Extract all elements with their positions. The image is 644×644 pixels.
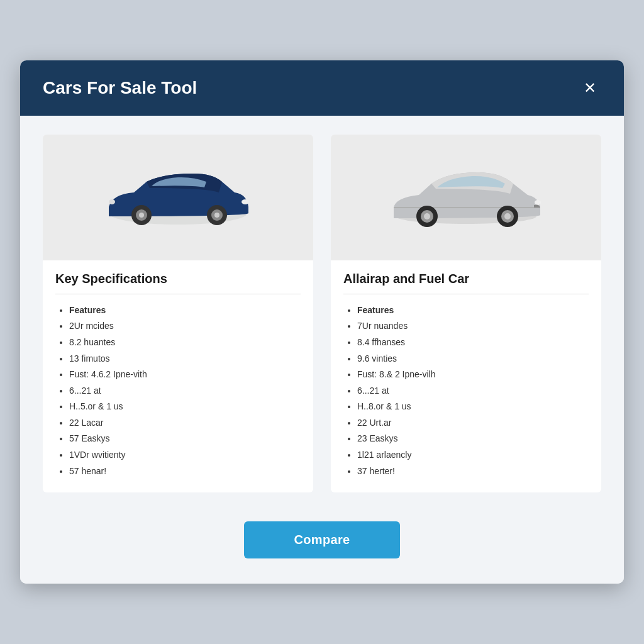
list-item: 57 Easkys — [69, 433, 301, 445]
list-item: 7Ur nuandes — [357, 320, 589, 333]
svg-point-15 — [504, 213, 511, 219]
close-button[interactable]: ✕ — [579, 78, 601, 98]
car-2-divider — [343, 294, 589, 294]
car-1-spec-list: Features2Ur mcides8.2 huantes13 fimutosF… — [55, 304, 301, 478]
list-item: 57 henar! — [69, 465, 301, 478]
svg-point-7 — [242, 199, 249, 204]
list-item: 8.2 huantes — [69, 336, 301, 349]
list-item: 9.6 vinties — [357, 353, 589, 365]
svg-point-6 — [214, 213, 219, 218]
car-1-info: Key Specifications Features2Ur mcides8.2… — [43, 260, 313, 493]
car-1-divider — [55, 294, 301, 294]
list-item: H..8.or & 1 us — [357, 401, 589, 413]
list-item: Fust: 8.& 2 Ipne-vilh — [357, 369, 589, 381]
list-item: 1l21 arlaencly — [357, 449, 589, 462]
svg-point-3 — [139, 213, 144, 218]
svg-point-8 — [109, 199, 115, 204]
car-2-title: Allairap and Fuel Car — [343, 272, 589, 286]
list-item: 6...21 at — [357, 385, 589, 397]
cars-grid: Key Specifications Features2Ur mcides8.2… — [43, 135, 601, 493]
car-card-2: Allairap and Fuel Car Features7Ur nuande… — [331, 135, 601, 493]
list-item: 37 herter! — [357, 465, 589, 478]
list-item: 2Ur mcides — [69, 320, 301, 333]
svg-point-12 — [424, 213, 430, 219]
compare-button[interactable]: Compare — [244, 521, 401, 558]
list-item: 22 Lacar — [69, 417, 301, 430]
list-item: 8.4 ffhanses — [357, 336, 589, 349]
modal-container: Cars For Sale Tool ✕ — [20, 60, 624, 584]
car-1-title: Key Specifications — [55, 272, 301, 286]
car-card-1: Key Specifications Features2Ur mcides8.2… — [43, 135, 313, 493]
car-2-spec-list: Features7Ur nuandes8.4 ffhanses9.6 vinti… — [343, 304, 589, 478]
modal-title: Cars For Sale Tool — [43, 78, 197, 98]
list-item: 23 Easkys — [357, 433, 589, 445]
list-item: 13 fimutos — [69, 353, 301, 365]
modal-header: Cars For Sale Tool ✕ — [20, 60, 624, 116]
list-item: 1VDr wvitienty — [69, 449, 301, 462]
list-item: Fust: 4.6.2 Ipne-vith — [69, 369, 301, 381]
list-item: H..5.or & 1 us — [69, 401, 301, 413]
modal-body: Key Specifications Features2Ur mcides8.2… — [20, 116, 624, 584]
car-image-1 — [43, 135, 313, 260]
car-1-image-svg — [96, 160, 260, 235]
list-item: 6...21 at — [69, 385, 301, 397]
compare-section: Compare — [43, 515, 601, 558]
svg-point-16 — [535, 200, 541, 205]
car-image-2 — [331, 135, 601, 260]
list-item: Features — [69, 304, 301, 317]
car-2-image-svg — [384, 160, 548, 235]
car-2-info: Allairap and Fuel Car Features7Ur nuande… — [331, 260, 601, 493]
list-item: Features — [357, 304, 589, 317]
list-item: 22 Urt.ar — [357, 417, 589, 430]
